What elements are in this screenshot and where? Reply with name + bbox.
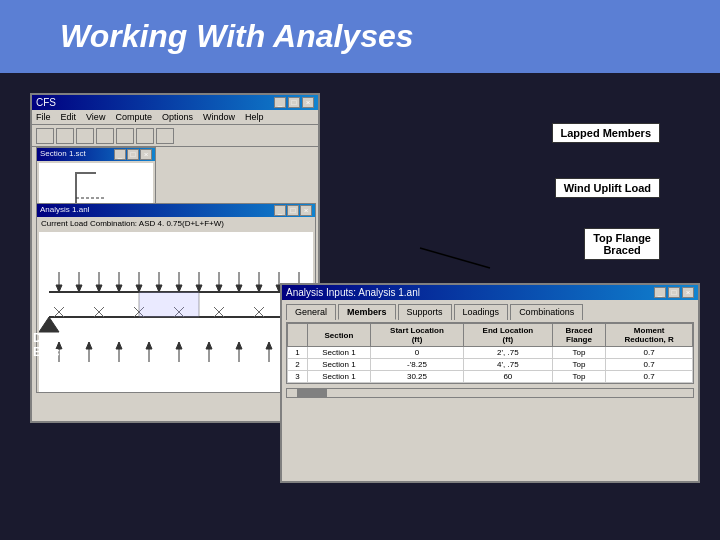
wind-uplift-callout: Wind Uplift Load <box>555 178 660 198</box>
lapped-members-text: Lapped Members <box>561 127 651 139</box>
analysis-minimize[interactable]: _ <box>274 205 286 216</box>
analysis-close[interactable]: × <box>300 205 312 216</box>
cell-row1-col4: Top <box>552 347 606 359</box>
menu-file[interactable]: File <box>36 112 51 122</box>
svg-marker-19 <box>216 285 222 292</box>
col-moment-reduction: MomentReduction, R <box>606 324 693 347</box>
top-flange-callout: Top Flange Braced <box>584 228 660 260</box>
analysis-inputs-title: Analysis Inputs: Analysis 1.anl <box>286 287 420 298</box>
menu-help[interactable]: Help <box>245 112 264 122</box>
svg-marker-17 <box>196 285 202 292</box>
scrollbar-thumb <box>297 389 327 397</box>
analysis-maximize[interactable]: □ <box>287 205 299 216</box>
toolbar-btn-4[interactable] <box>96 128 114 144</box>
analysis-titlebar: Analysis 1.anl _ □ × <box>37 204 315 217</box>
cfs-window: CFS _ □ × File Edit View Compute Options… <box>30 93 320 423</box>
menu-edit[interactable]: Edit <box>61 112 77 122</box>
menu-window[interactable]: Window <box>203 112 235 122</box>
cell-row1-col3: 2', .75 <box>464 347 553 359</box>
maximize-button[interactable]: □ <box>288 97 300 108</box>
tab-members[interactable]: Members <box>338 304 396 320</box>
svg-line-65 <box>420 248 490 268</box>
close-button[interactable]: × <box>302 97 314 108</box>
cell-row1-col2: 0 <box>370 347 463 359</box>
svg-marker-11 <box>136 285 142 292</box>
svg-marker-38 <box>176 342 182 349</box>
cell-row2-col2: -'8.25 <box>370 359 463 371</box>
cfs-menubar: File Edit View Compute Options Window He… <box>32 110 318 125</box>
cfs-title: CFS <box>36 97 56 108</box>
page-title: Working With Analyses <box>60 18 690 55</box>
ai-minimize[interactable]: _ <box>654 287 666 298</box>
cell-row3-col0: 3 <box>288 371 308 383</box>
svg-marker-44 <box>266 342 272 349</box>
wind-uplift-text: Wind Uplift Load <box>564 182 651 194</box>
toolbar-btn-2[interactable] <box>56 128 74 144</box>
section-close[interactable]: × <box>140 149 152 160</box>
minimize-button[interactable]: _ <box>274 97 286 108</box>
svg-marker-21 <box>236 285 242 292</box>
top-flange-line1: Top Flange <box>593 232 651 244</box>
analysis-inputs-titlebar: Analysis Inputs: Analysis 1.anl _ □ × <box>282 285 698 300</box>
top-flange-line2: Braced <box>593 244 651 256</box>
cell-row2-col4: Top <box>552 359 606 371</box>
menu-view[interactable]: View <box>86 112 105 122</box>
analysis-title: Analysis 1.anl <box>40 205 89 216</box>
cell-row1-col0: 1 <box>288 347 308 359</box>
ai-maximize[interactable]: □ <box>668 287 680 298</box>
svg-marker-7 <box>96 285 102 292</box>
col-braced-flange: BracedFlange <box>552 324 606 347</box>
table-row: 3Section 130.2560Top0.7 <box>288 371 693 383</box>
toolbar-btn-1[interactable] <box>36 128 54 144</box>
table-row: 1Section 102', .75Top0.7 <box>288 347 693 359</box>
beam-diagram-svg <box>39 232 313 392</box>
section-maximize[interactable]: □ <box>127 149 139 160</box>
menu-options[interactable]: Options <box>162 112 193 122</box>
cell-row3-col1: Section 1 <box>307 371 370 383</box>
col-num <box>288 324 308 347</box>
toolbar-btn-5[interactable] <box>116 128 134 144</box>
section-title: Section 1.sct <box>40 149 86 160</box>
analysis-window: Analysis 1.anl _ □ × Current Load Combin… <box>36 203 316 393</box>
members-table: Section Start Location(ft) End Location(… <box>287 323 693 383</box>
svg-marker-36 <box>146 342 152 349</box>
table-row: 2Section 1-'8.254', .75Top0.7 <box>288 359 693 371</box>
cell-row1-col1: Section 1 <box>307 347 370 359</box>
svg-marker-40 <box>206 342 212 349</box>
analysis-inputs-dialog: Analysis Inputs: Analysis 1.anl _ □ × Ge… <box>280 283 700 483</box>
tab-general[interactable]: General <box>286 304 336 320</box>
ai-close[interactable]: × <box>682 287 694 298</box>
col-start-loc: Start Location(ft) <box>370 324 463 347</box>
cfs-toolbar <box>32 125 318 147</box>
tab-loadings[interactable]: Loadings <box>454 304 509 320</box>
horizontal-scrollbar[interactable] <box>286 388 694 398</box>
toolbar-btn-3[interactable] <box>76 128 94 144</box>
tab-supports[interactable]: Supports <box>398 304 452 320</box>
discrete-braces-label: Discrete Braces <box>25 328 88 362</box>
toolbar-btn-6[interactable] <box>136 128 154 144</box>
cell-row2-col1: Section 1 <box>307 359 370 371</box>
svg-marker-34 <box>116 342 122 349</box>
cell-row3-col2: 30.25 <box>370 371 463 383</box>
cell-row2-col5: 0.7 <box>606 359 693 371</box>
cell-row3-col3: 60 <box>464 371 553 383</box>
svg-marker-15 <box>176 285 182 292</box>
load-combo-label: Current Load Combination: ASD 4. 0.75(D+… <box>37 217 315 230</box>
cell-row2-col3: 4', .75 <box>464 359 553 371</box>
cell-row3-col5: 0.7 <box>606 371 693 383</box>
svg-marker-3 <box>56 285 62 292</box>
col-section: Section <box>307 324 370 347</box>
section-titlebar: Section 1.sct _ □ × <box>37 148 155 161</box>
cell-row3-col4: Top <box>552 371 606 383</box>
svg-marker-9 <box>116 285 122 292</box>
cfs-titlebar-buttons: _ □ × <box>274 97 314 108</box>
col-end-loc: End Location(ft) <box>464 324 553 347</box>
analysis-inputs-table-area: Section Start Location(ft) End Location(… <box>286 322 694 384</box>
tab-combinations[interactable]: Combinations <box>510 304 583 320</box>
cfs-titlebar: CFS _ □ × <box>32 95 318 110</box>
lapped-members-callout: Lapped Members <box>552 123 660 143</box>
section-minimize[interactable]: _ <box>114 149 126 160</box>
toolbar-btn-7[interactable] <box>156 128 174 144</box>
menu-compute[interactable]: Compute <box>115 112 152 122</box>
svg-marker-13 <box>156 285 162 292</box>
